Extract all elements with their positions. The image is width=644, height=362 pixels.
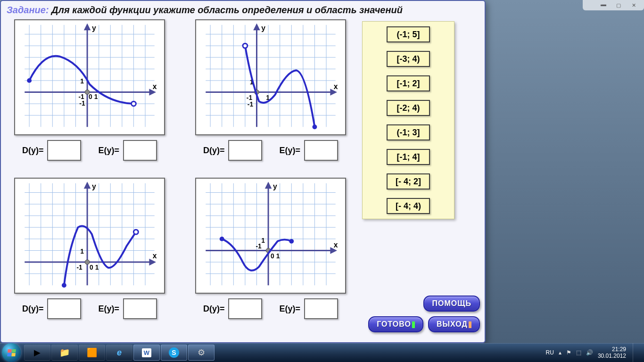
option-chip[interactable]: [-1; 4]	[387, 149, 430, 165]
option-chip[interactable]: [-2; 4)	[387, 100, 430, 116]
graph-1: y x -1 1 0 1 -1	[14, 19, 165, 135]
media-player-icon: ▶	[34, 347, 41, 358]
svg-point-32	[132, 101, 136, 106]
skype-icon: S	[169, 347, 179, 358]
range-slot-3[interactable]	[123, 298, 157, 319]
options-panel: (-1; 5] [-3; 4) [-1; 2] [-2; 4) (-1; 3] …	[362, 21, 454, 219]
domain-slot-2[interactable]	[228, 140, 262, 161]
content-area: y x -1 1 0 1 -1 D(y)=	[1, 17, 485, 336]
svg-marker-86	[150, 260, 155, 264]
action-buttons: ПОМОЩЬ ГОТОВО ВЫХОД	[368, 296, 480, 332]
svg-point-127	[220, 237, 224, 241]
gear-icon: ⚙	[198, 347, 205, 358]
network-icon[interactable]: ⬚	[576, 349, 581, 356]
volume-icon[interactable]: 🔊	[586, 349, 593, 356]
taskbar-item-word[interactable]: W	[133, 345, 160, 361]
domain-label: D(y)=	[203, 304, 225, 314]
svg-text:1: 1	[276, 253, 280, 260]
svg-text:-1: -1	[79, 100, 85, 107]
graph-4: y x -1 1 0 1	[195, 178, 346, 294]
svg-text:-1: -1	[248, 101, 254, 108]
range-slot-2[interactable]	[304, 140, 338, 161]
ready-button[interactable]: ГОТОВО	[368, 316, 423, 332]
task-prefix: Задание:	[7, 5, 49, 15]
taskbar-item-media-player[interactable]: ▶	[24, 345, 50, 361]
windows-logo-icon	[7, 349, 16, 356]
svg-text:x: x	[153, 82, 157, 90]
range-slot-1[interactable]	[123, 140, 157, 161]
option-chip[interactable]: (-1; 5]	[387, 26, 430, 42]
range-label: E(y)=	[279, 146, 300, 156]
range-label: E(y)=	[98, 146, 119, 156]
language-indicator[interactable]: RU	[546, 349, 554, 356]
taskbar-item-skype[interactable]: S	[161, 345, 187, 361]
svg-marker-87	[85, 183, 90, 188]
domain-label: D(y)=	[203, 146, 225, 156]
clock[interactable]: 21:29 30.01.2012	[598, 346, 626, 359]
svg-point-95	[62, 283, 66, 288]
svg-text:-1: -1	[256, 243, 262, 250]
taskbar-item-app[interactable]: 🟧	[79, 345, 105, 361]
svg-marker-118	[331, 248, 336, 253]
exit-button[interactable]: ВЫХОД	[428, 316, 480, 332]
svg-text:0: 0	[271, 253, 274, 260]
task-header: Задание: Для каждой функции укажите обла…	[1, 1, 485, 17]
svg-text:x: x	[334, 82, 338, 90]
svg-text:y: y	[273, 182, 277, 190]
show-desktop-button[interactable]	[633, 343, 638, 362]
svg-text:y: y	[92, 24, 96, 32]
graph-3: y x -1 1 0 1	[14, 178, 165, 294]
answer-row-1: D(y)= E(y)=	[22, 140, 157, 161]
svg-text:-1: -1	[247, 94, 253, 101]
option-chip[interactable]: (-1; 3]	[387, 124, 430, 140]
svg-text:-1: -1	[76, 264, 83, 271]
svg-marker-54	[331, 90, 336, 95]
graphs-grid: y x -1 1 0 1 -1 D(y)=	[1, 17, 359, 336]
svg-text:0: 0	[90, 264, 93, 271]
domain-label: D(y)=	[22, 304, 44, 314]
start-button[interactable]	[2, 343, 21, 362]
svg-point-128	[289, 239, 294, 244]
help-button[interactable]: ПОМОЩЬ	[423, 296, 480, 312]
graph-cell-1: y x -1 1 0 1 -1 D(y)=	[5, 19, 174, 176]
graph-2: y x -1 1 1 -1	[195, 19, 346, 135]
minimize-icon[interactable]: ➖	[597, 1, 610, 9]
domain-slot-4[interactable]	[228, 298, 262, 319]
app-window: Задание: Для каждой функции укажите обла…	[0, 0, 486, 343]
taskbar[interactable]: ▶ 📁 🟧 e W S ⚙ RU ▴ ⚑ ⬚ 🔊 21:29 30.01.201…	[0, 343, 644, 362]
svg-marker-22	[85, 25, 90, 30]
answer-row-3: D(y)= E(y)=	[22, 298, 157, 319]
svg-text:0: 0	[89, 93, 92, 100]
svg-point-31	[27, 78, 32, 83]
domain-slot-1[interactable]	[47, 140, 81, 161]
option-chip[interactable]: [-3; 4)	[387, 51, 430, 67]
maximize-icon[interactable]: ▢	[612, 1, 625, 9]
range-label: E(y)=	[98, 304, 119, 314]
close-icon[interactable]: ✕	[627, 1, 640, 9]
svg-point-64	[313, 124, 317, 129]
right-pane: (-1; 5] [-3; 4) [-1; 2] [-2; 4) (-1; 3] …	[359, 17, 485, 336]
taskbar-item-current-app[interactable]: ⚙	[188, 345, 215, 361]
svg-text:y: y	[92, 182, 96, 190]
domain-slot-3[interactable]	[47, 298, 81, 319]
range-slot-4[interactable]	[304, 298, 338, 319]
svg-text:1: 1	[80, 78, 84, 85]
svg-text:-1: -1	[78, 93, 84, 100]
graph-cell-2: y x -1 1 1 -1 D(y)= E(y)=	[186, 19, 355, 176]
flag-icon[interactable]: ⚑	[566, 349, 571, 356]
taskbar-item-ie[interactable]: e	[106, 345, 132, 361]
domain-label: D(y)=	[22, 146, 44, 156]
option-chip[interactable]: [- 4; 4)	[387, 198, 430, 214]
answer-row-2: D(y)= E(y)=	[203, 140, 338, 161]
svg-text:1: 1	[80, 248, 84, 255]
taskbar-item-explorer[interactable]: 📁	[51, 345, 78, 361]
tray-up-icon[interactable]: ▴	[559, 349, 561, 356]
svg-text:1: 1	[261, 237, 265, 244]
option-chip[interactable]: [- 4; 2]	[387, 173, 430, 189]
graph-cell-4: y x -1 1 0 1 D(y)= E(y)=	[186, 178, 355, 334]
option-chip[interactable]: [-1; 2]	[387, 75, 430, 91]
graph-cell-3: y x -1 1 0 1 D(y)= E(y)=	[5, 178, 174, 334]
range-label: E(y)=	[279, 304, 300, 314]
task-text: Для каждой функции укажите область опред…	[51, 5, 403, 15]
clock-date: 30.01.2012	[598, 353, 626, 359]
